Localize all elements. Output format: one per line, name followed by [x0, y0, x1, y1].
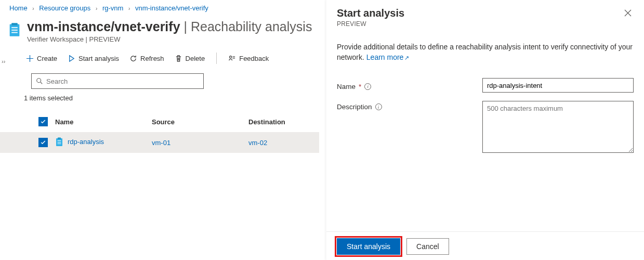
trash-icon [175, 55, 182, 62]
refresh-label: Refresh [140, 55, 164, 62]
delete-button[interactable]: Delete [175, 55, 205, 62]
svg-rect-11 [58, 144, 61, 144]
search-input-wrap[interactable] [31, 73, 204, 89]
refresh-button[interactable]: Refresh [129, 55, 164, 62]
breadcrumb-rg[interactable]: rg-vnm [102, 4, 123, 12]
breadcrumb-resource-groups[interactable]: Resource groups [39, 4, 90, 12]
col-header-destination[interactable]: Destination [248, 118, 319, 126]
start-analysis-button[interactable]: Start analysis [68, 55, 119, 62]
toolbar-divider [216, 53, 217, 64]
delete-label: Delete [186, 55, 205, 62]
info-icon[interactable]: i [375, 103, 382, 110]
chevron-right-icon: › [96, 6, 97, 11]
svg-rect-9 [58, 140, 61, 141]
clipboard-icon [7, 22, 22, 37]
clipboard-icon [55, 137, 63, 147]
svg-rect-3 [11, 30, 18, 31]
row-checkbox[interactable] [38, 138, 48, 147]
title-suffix: | Reachability analysis [180, 19, 312, 34]
plus-icon [26, 55, 34, 62]
select-all-checkbox[interactable] [38, 117, 48, 126]
close-icon [624, 9, 632, 17]
refresh-icon [129, 55, 137, 62]
page-title: vnm-instance/vnet-verify | Reachability … [27, 19, 312, 34]
col-header-source[interactable]: Source [152, 118, 248, 126]
feedback-label: Feedback [239, 55, 269, 62]
expand-handle[interactable]: ›› [2, 58, 5, 64]
start-analysis-submit-button[interactable]: Start analysis [337, 238, 400, 255]
svg-rect-4 [11, 32, 18, 33]
row-name-link[interactable]: rdp-analysis [68, 138, 104, 146]
svg-rect-2 [11, 27, 18, 28]
create-label: Create [37, 55, 57, 62]
description-textarea[interactable] [482, 101, 634, 153]
check-icon [40, 119, 46, 125]
panel-preview-badge: PREVIEW [337, 20, 404, 28]
external-link-icon: ↗ [404, 55, 409, 61]
row-destination-link[interactable]: vm-02 [248, 139, 267, 147]
learn-more-link[interactable]: Learn more↗ [366, 53, 410, 61]
cancel-button[interactable]: Cancel [406, 238, 449, 255]
svg-point-6 [37, 79, 41, 83]
chevron-right-icon: › [32, 6, 34, 11]
name-label: Name * i [337, 78, 482, 93]
info-icon[interactable]: i [364, 83, 371, 90]
panel-description: Provide additional details to define a r… [337, 42, 634, 62]
panel-title: Start analysis [337, 7, 404, 19]
svg-point-5 [230, 56, 232, 58]
title-main: vnm-instance/vnet-verify [27, 19, 180, 34]
start-analysis-panel: Start analysis PREVIEW Provide additiona… [326, 0, 644, 260]
search-icon [36, 77, 43, 85]
required-asterisk: * [359, 83, 361, 90]
breadcrumb-home[interactable]: Home [9, 4, 28, 12]
svg-rect-1 [11, 23, 18, 25]
svg-rect-8 [58, 137, 61, 139]
chevron-right-icon: › [128, 6, 130, 11]
table-row[interactable]: rdp-analysis vm-01 vm-02 [0, 132, 319, 153]
start-analysis-label: Start analysis [78, 55, 119, 62]
description-label: Description i [337, 101, 482, 111]
breadcrumb: Home › Resource groups › rg-vnm › vnm-in… [0, 4, 319, 19]
check-icon [40, 139, 46, 146]
page-subtitle: Verifier Workspace | PREVIEW [27, 35, 312, 43]
feedback-button[interactable]: Feedback [228, 55, 269, 62]
close-button[interactable] [622, 7, 634, 20]
create-button[interactable]: Create [26, 55, 57, 62]
row-source-link[interactable]: vm-01 [152, 139, 170, 147]
results-grid: Name Source Destination rdp-analysis [0, 111, 319, 153]
name-input[interactable] [482, 78, 634, 93]
selected-count: 1 items selected [0, 89, 319, 111]
breadcrumb-current[interactable]: vnm-instance/vnet-verify [135, 4, 208, 12]
play-icon [68, 55, 75, 62]
search-input[interactable] [46, 77, 199, 85]
col-header-name[interactable]: Name [55, 118, 152, 126]
svg-rect-10 [58, 142, 61, 142]
feedback-icon [228, 55, 236, 62]
